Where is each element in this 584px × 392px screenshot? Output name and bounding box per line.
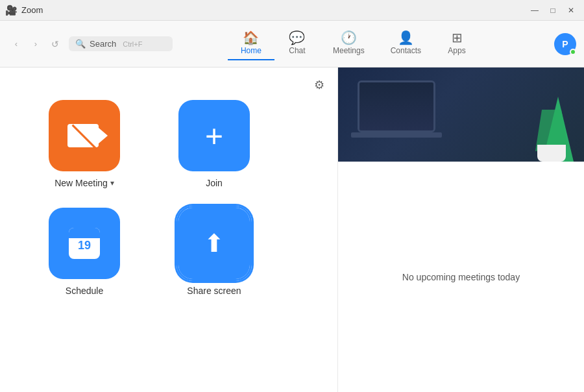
title-bar-controls: — □ ✕ [527, 3, 579, 18]
join-label: Join [206, 178, 223, 188]
right-panel: No upcoming meetings today [337, 67, 584, 392]
nav-arrows: ‹ › ↺ [8, 36, 64, 53]
schedule-action[interactable]: 19 Schedule [32, 208, 136, 296]
nav-tabs: 🏠 Home 💬 Chat 🕐 Meetings 👤 Contacts ⊞ Ap… [184, 27, 523, 60]
search-label: Search [90, 39, 116, 49]
video-icon-wrapper [67, 124, 101, 147]
chevron-down-icon: ▾ [110, 178, 114, 188]
tab-apps-label: Apps [448, 46, 465, 55]
plant-pot [537, 145, 566, 162]
forward-button[interactable]: › [27, 36, 44, 53]
tab-chat-label: Chat [289, 46, 305, 55]
app-logo-icon: 🎥 [5, 5, 18, 16]
avatar[interactable]: P [554, 33, 576, 55]
calendar-header [69, 228, 100, 238]
chat-icon: 💬 [289, 31, 305, 44]
app-title: Zoom [21, 5, 43, 15]
join-button[interactable]: + [178, 100, 250, 171]
calendar-day: 19 [78, 239, 91, 252]
new-meeting-button[interactable] [49, 100, 120, 171]
share-screen-icon: ⬆ [204, 229, 225, 258]
tab-home[interactable]: 🏠 Home [228, 27, 274, 60]
search-shortcut: Ctrl+F [123, 40, 142, 48]
share-screen-button[interactable]: ⬆ [178, 208, 250, 279]
main-content: ⚙ New Meeting ▾ + [0, 67, 584, 392]
calendar-icon: 19 [69, 228, 100, 259]
tab-meetings-label: Meetings [333, 46, 365, 55]
avatar-letter: P [562, 39, 568, 49]
tab-apps[interactable]: ⊞ Apps [434, 27, 480, 60]
left-panel: ⚙ New Meeting ▾ + [0, 67, 337, 392]
action-grid: New Meeting ▾ + Join 19 [32, 100, 318, 296]
laptop-screen [359, 82, 433, 130]
schedule-button[interactable]: 19 [49, 208, 120, 279]
clock-icon: 🕐 [341, 31, 357, 44]
laptop-decoration [358, 80, 435, 132]
search-icon: 🔍 [75, 39, 86, 49]
tab-contacts-label: Contacts [391, 46, 421, 55]
title-bar-left: 🎥 Zoom [5, 5, 43, 16]
no-meetings-message: No upcoming meetings today [338, 162, 584, 392]
meeting-banner [338, 67, 584, 162]
close-button[interactable]: ✕ [563, 3, 579, 18]
share-screen-action[interactable]: ⬆ Share screen [162, 208, 266, 296]
join-text: Join [206, 178, 223, 188]
title-bar: 🎥 Zoom — □ ✕ [0, 0, 584, 21]
settings-icon[interactable]: ⚙ [314, 78, 324, 92]
contacts-icon: 👤 [398, 31, 414, 44]
minimize-button[interactable]: — [527, 3, 542, 18]
tab-meetings[interactable]: 🕐 Meetings [320, 27, 378, 60]
maximize-button[interactable]: □ [545, 3, 561, 18]
laptop-base [351, 132, 442, 138]
new-meeting-label: New Meeting ▾ [55, 178, 114, 188]
nav-bar: ‹ › ↺ 🔍 Search Ctrl+F 🏠 Home 💬 Chat 🕐 Me… [0, 21, 584, 67]
refresh-button[interactable]: ↺ [47, 36, 64, 53]
schedule-label: Schedule [66, 286, 103, 296]
schedule-text: Schedule [66, 286, 103, 296]
tab-chat[interactable]: 💬 Chat [274, 27, 320, 60]
no-meetings-text: No upcoming meetings today [402, 272, 520, 282]
back-button[interactable]: ‹ [8, 36, 25, 53]
home-icon: 🏠 [243, 31, 259, 44]
search-bar[interactable]: 🔍 Search Ctrl+F [69, 36, 173, 51]
new-meeting-text: New Meeting [55, 178, 108, 188]
tab-home-label: Home [241, 46, 262, 55]
share-screen-label: Share screen [187, 286, 241, 296]
online-status-dot [570, 49, 576, 55]
join-action[interactable]: + Join [162, 100, 266, 188]
tab-contacts[interactable]: 👤 Contacts [378, 27, 434, 60]
apps-icon: ⊞ [452, 31, 463, 44]
share-screen-text: Share screen [187, 286, 241, 296]
new-meeting-action[interactable]: New Meeting ▾ [32, 100, 136, 188]
